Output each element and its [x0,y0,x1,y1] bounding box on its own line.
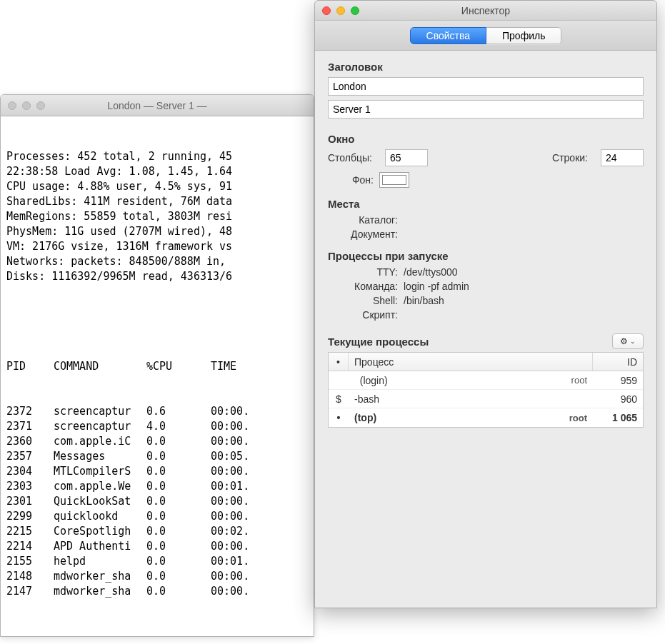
gear-icon: ⚙ [620,336,628,346]
title-field-1[interactable] [328,77,644,96]
section-places-title: Места [328,198,644,210]
section-header-title: Заголовок [328,61,644,73]
process-actions-button[interactable]: ⚙ ⌄ [612,333,644,349]
process-table-row[interactable]: (login)root959 [329,371,643,390]
inspector-titlebar: Инспектор [315,1,656,21]
tty-label: TTY: [328,266,404,278]
process-row: 2148mdworker_sha0.000:00. [6,569,308,584]
terminal-window: London — Server 1 — Processes: 452 total… [0,94,314,637]
cmd-value: login -pf admin [404,281,644,292]
process-row: 2299quicklookd0.000:00. [6,509,308,524]
process-row: 2360com.apple.iC0.000:00. [6,434,308,449]
process-row: 2301QuickLookSat0.000:00. [6,494,308,509]
rows-input[interactable] [601,149,644,166]
tty-value: /dev/ttys000 [404,266,644,278]
cmd-label: Команда: [328,281,404,292]
row-marker: $ [329,393,349,405]
row-process-name: -bash [349,393,550,405]
close-icon[interactable] [8,101,16,110]
rows-label: Строки: [552,152,588,163]
process-row: 2215CoreSpotligh0.000:02. [6,524,308,539]
terminal-line: Networks: packets: 848500/888M in, [6,254,308,269]
row-user: root [550,375,593,386]
process-row: 2372screencaptur0.600:00. [6,404,308,419]
minimize-icon[interactable] [22,101,31,110]
terminal-line: CPU usage: 4.88% user, 4.5% sys, 91 [6,179,308,194]
minimize-icon[interactable] [336,6,345,15]
chevron-down-icon: ⌄ [630,338,636,345]
process-table: • Процесс ID (login)root959$-bash960•(to… [328,352,644,428]
close-icon[interactable] [322,6,331,15]
proc-header-row: PID COMMAND %CPU TIME [6,359,308,374]
bg-label: Фон: [328,174,379,186]
section-window-title: Окно [328,133,644,145]
row-id: 960 [593,393,643,405]
process-row: 2147mdworker_sha0.000:00. [6,584,308,599]
col-process: Процесс [349,353,593,371]
row-marker: • [329,412,349,423]
inspector-title: Инспектор [315,5,656,16]
terminal-titlebar: London — Server 1 — [1,95,314,116]
terminal-line: 22:38:58 Load Avg: 1.08, 1.45, 1.64 [6,164,308,179]
cols-label: Столбцы: [328,152,372,163]
col-command: COMMAND [54,359,146,374]
terminal-line: Processes: 452 total, 2 running, 45 [6,149,308,164]
zoom-icon[interactable] [351,6,359,15]
script-label: Скрипт: [328,309,404,321]
row-id: 1 065 [593,412,643,423]
row-id: 959 [593,375,643,386]
section-launch-title: Процессы при запуске [328,250,644,262]
process-row: 2155helpd0.000:01. [6,554,308,569]
terminal-title: London — Server 1 — [1,100,314,111]
zoom-icon[interactable] [36,101,45,110]
tab-profile[interactable]: Профиль [486,27,561,44]
row-process-name: (top) [349,412,550,423]
process-row: 2304MTLCompilerS0.000:00. [6,464,308,479]
process-row: 2303com.apple.We0.000:01. [6,479,308,494]
process-table-header[interactable]: • Процесс ID [329,353,643,371]
col-marker: • [329,353,349,371]
cols-input[interactable] [385,149,428,166]
row-process-name: (login) [349,375,550,386]
terminal-line: MemRegions: 55859 total, 3803M resi [6,209,308,224]
col-time: TIME [211,359,308,374]
col-id: ID [593,353,643,371]
process-row: 2357Messages0.000:05. [6,449,308,464]
bg-colorwell[interactable] [379,172,409,188]
terminal-line: Disks: 1116392/9965M read, 436313/6 [6,269,308,284]
catalog-label: Каталог: [328,214,404,226]
shell-label: Shell: [328,295,404,306]
row-user: root [550,413,593,423]
terminal-output[interactable]: Processes: 452 total, 2 running, 4522:38… [1,116,314,636]
tab-properties[interactable]: Свойства [410,27,486,44]
document-label: Документ: [328,228,404,240]
terminal-line: SharedLibs: 411M resident, 76M data [6,194,308,209]
col-pid: PID [6,359,54,374]
section-running-title: Текущие процессы [328,336,612,348]
shell-value: /bin/bash [404,295,644,306]
process-table-row[interactable]: •(top)root1 065 [329,408,643,427]
title-field-2[interactable] [328,100,644,119]
process-row: 2214APD Authenti0.000:00. [6,539,308,554]
tab-strip: Свойства Профиль [315,21,656,51]
process-table-row[interactable]: $-bash960 [329,390,643,408]
inspector-window: Инспектор Свойства Профиль Заголовок Окн… [314,0,657,608]
terminal-line: VM: 2176G vsize, 1316M framework vs [6,239,308,254]
process-row: 2371screencaptur4.000:00. [6,419,308,434]
terminal-line: PhysMem: 11G used (2707M wired), 48 [6,224,308,239]
col-cpu: %CPU [146,359,211,374]
